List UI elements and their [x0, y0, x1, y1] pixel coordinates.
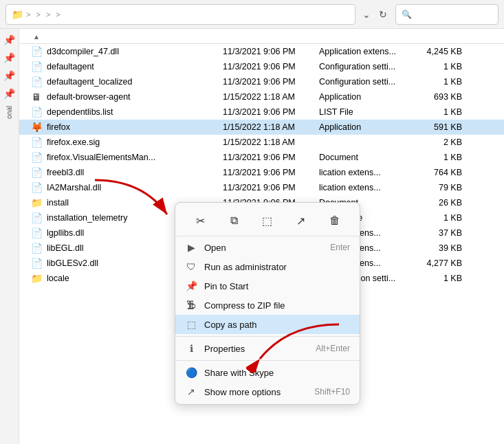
file-name: dependentlibs.list — [47, 107, 113, 117]
file-row[interactable]: 📄 defaultagent_localized 11/3/2021 9:06 … — [19, 74, 504, 89]
file-row[interactable]: 🖥 default-browser-agent 1/15/2022 1:18 A… — [19, 89, 504, 104]
file-row[interactable]: 📄 freebl3.dll 11/3/2021 9:06 PM lication… — [19, 165, 504, 180]
context-menu-icon-row: ✂⧉⬚↗🗑 — [175, 206, 360, 236]
file-size: 26 KB — [415, 198, 470, 208]
search-box[interactable]: 🔍 — [395, 4, 498, 25]
file-type: Document — [319, 153, 415, 162]
file-size: 1 KB — [415, 153, 470, 162]
file-name-cell: 📄 dependentlibs.list — [30, 107, 223, 118]
cm-item-icon-more-options: ↗ — [185, 386, 197, 397]
file-row[interactable]: 📄 IA2Marshal.dll 11/3/2021 9:06 PM licat… — [19, 180, 504, 195]
file-icon: 📄 — [30, 61, 43, 72]
cm-icon-paste[interactable]: ⬚ — [255, 210, 280, 232]
file-area: ▲ 📄 d3dcompiler_47.dll 11/3/2021 9:06 PM… — [19, 29, 504, 444]
sort-arrow: ▲ — [33, 33, 40, 41]
file-icon: 📄 — [30, 76, 43, 87]
cm-separator — [175, 360, 360, 361]
file-name: firefox.VisualElementsMan... — [47, 153, 155, 162]
file-icon: 📄 — [30, 243, 43, 254]
cm-item-icon-run-admin: 🛡 — [185, 261, 197, 272]
file-name: firefox.exe.sig — [47, 137, 100, 147]
file-icon: 📄 — [30, 137, 43, 148]
col-name[interactable]: ▲ — [30, 33, 223, 41]
file-date: 11/3/2021 9:06 PM — [223, 77, 319, 87]
file-size: 79 KB — [415, 183, 470, 192]
file-size: 1 KB — [415, 213, 470, 223]
file-icon: 📄 — [30, 227, 43, 238]
file-name: install — [47, 198, 69, 208]
cm-icon-share[interactable]: ↗ — [289, 210, 314, 232]
cm-item-icon-pin-start: 📌 — [185, 280, 197, 291]
file-size: 693 KB — [415, 92, 470, 102]
file-icon: 🦊 — [30, 122, 43, 133]
file-size: 39 KB — [415, 243, 470, 253]
file-icon: 📄 — [30, 167, 43, 178]
breadcrumb-bar[interactable]: 📁 > > > > — [6, 4, 355, 25]
cm-item-copy-path[interactable]: ⬚ Copy as path — [175, 315, 360, 334]
pin-icon-3[interactable]: 📌 — [3, 70, 15, 81]
cm-item-shortcut-properties: Alt+Enter — [316, 344, 350, 353]
refresh-icon[interactable]: ↻ — [376, 8, 390, 21]
file-name-cell: 📄 freebl3.dll — [30, 167, 223, 178]
cm-item-label-open: Open — [204, 243, 323, 253]
cm-icon-delete[interactable]: 🗑 — [322, 210, 347, 232]
file-icon: 🖥 — [30, 91, 43, 102]
file-type: Application extens... — [319, 47, 415, 56]
file-name-cell: 🖥 default-browser-agent — [30, 91, 223, 102]
file-type: Application — [319, 122, 415, 132]
cm-item-open[interactable]: ▶ Open Enter — [175, 238, 360, 257]
cm-item-share-skype[interactable]: 🔵 Share with Skype — [175, 363, 360, 382]
file-name-cell: 📄 firefox.exe.sig — [30, 137, 223, 148]
file-size: 2 KB — [415, 137, 470, 147]
sidebar: 📌 📌 📌 📌 onal — [0, 29, 19, 444]
cm-icon-copy[interactable]: ⧉ — [221, 210, 246, 232]
file-icon: 📁 — [30, 197, 43, 208]
file-row[interactable]: 📄 defaultagent 11/3/2021 9:06 PM Configu… — [19, 59, 504, 74]
cm-item-icon-properties: ℹ — [185, 343, 197, 354]
search-icon: 🔍 — [402, 10, 412, 19]
file-date: 11/3/2021 9:06 PM — [223, 168, 319, 177]
cm-item-shortcut-more-options: Shift+F10 — [314, 387, 350, 397]
file-icon: 📄 — [30, 182, 43, 193]
cm-item-compress[interactable]: 🗜 Compress to ZIP file — [175, 296, 360, 315]
cm-item-pin-start[interactable]: 📌 Pin to Start — [175, 276, 360, 296]
file-type: lication extens... — [319, 183, 415, 192]
file-date: 1/15/2022 1:18 AM — [223, 122, 319, 132]
file-row[interactable]: 📄 firefox.exe.sig 1/15/2022 1:18 AM 2 KB — [19, 135, 504, 150]
dropdown-icon[interactable]: ⌄ — [360, 8, 373, 21]
file-name: IA2Marshal.dll — [47, 183, 101, 192]
file-row[interactable]: 📄 firefox.VisualElementsMan... 11/3/2021… — [19, 150, 504, 165]
file-size: 1 KB — [415, 62, 470, 71]
file-row[interactable]: 📄 dependentlibs.list 11/3/2021 9:06 PM L… — [19, 104, 504, 120]
file-type: LIST File — [319, 107, 415, 117]
file-name-cell: 📄 d3dcompiler_47.dll — [30, 46, 223, 57]
file-icon: 📄 — [30, 46, 43, 57]
cm-item-run-admin[interactable]: 🛡 Run as administrator — [175, 257, 360, 276]
file-row[interactable]: 🦊 firefox 1/15/2022 1:18 AM Application … — [19, 120, 504, 135]
nav-icons: ⌄ ↻ — [360, 8, 390, 21]
file-name: defaultagent_localized — [47, 77, 132, 87]
col-type[interactable] — [319, 33, 415, 41]
cm-item-label-run-admin: Run as administrator — [204, 262, 350, 272]
cm-item-label-compress: Compress to ZIP file — [204, 300, 350, 311]
pin-icon-4[interactable]: 📌 — [3, 88, 15, 99]
file-date: 11/3/2021 9:06 PM — [223, 107, 319, 117]
pin-icon-1[interactable]: 📌 — [3, 34, 15, 45]
col-date[interactable] — [223, 33, 319, 41]
col-size[interactable] — [415, 33, 470, 41]
cm-item-shortcut-open: Enter — [330, 243, 350, 252]
pin-icon-2[interactable]: 📌 — [3, 52, 15, 63]
file-date: 11/3/2021 9:06 PM — [223, 47, 319, 56]
file-row[interactable]: 📄 d3dcompiler_47.dll 11/3/2021 9:06 PM A… — [19, 44, 504, 59]
cm-item-label-copy-path: Copy as path — [204, 320, 350, 330]
file-type: Configuration setti... — [319, 62, 415, 71]
file-date: 1/15/2022 1:18 AM — [223, 92, 319, 102]
file-size: 37 KB — [415, 228, 470, 238]
cm-item-more-options[interactable]: ↗ Show more options Shift+F10 — [175, 382, 360, 401]
main-area: 📌 📌 📌 📌 onal ▲ 📄 d3dcompiler_47.dll 11/3… — [0, 29, 504, 444]
cm-item-properties[interactable]: ℹ Properties Alt+Enter — [175, 339, 360, 358]
cm-item-label-properties: Properties — [204, 344, 309, 354]
cm-icon-cut[interactable]: ✂ — [188, 210, 212, 232]
file-name: freebl3.dll — [47, 168, 84, 177]
context-menu: ✂⧉⬚↗🗑 ▶ Open Enter 🛡 Run as administrato… — [175, 202, 360, 405]
